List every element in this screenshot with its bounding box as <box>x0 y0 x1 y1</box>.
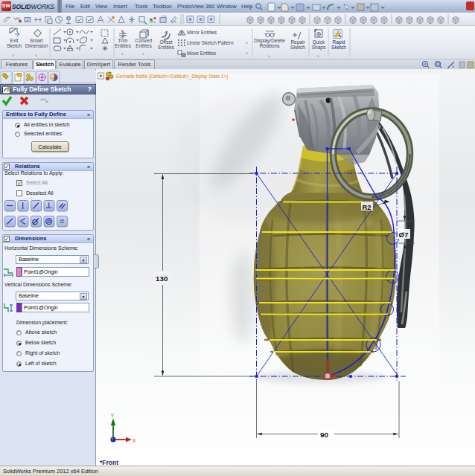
svg-text:90: 90 <box>320 431 328 439</box>
svg-text:130: 130 <box>156 274 168 283</box>
svg-text:Y: Y <box>111 413 115 418</box>
svg-text:Ø7: Ø7 <box>399 231 409 239</box>
svg-text:X: X <box>133 438 136 443</box>
svg-text:R2: R2 <box>363 203 372 211</box>
svg-text:*Front: *Front <box>100 459 118 466</box>
svg-text:Gernade bottle (Default<<Defa: Gernade bottle (Default<<Default>_Displa… <box>116 74 228 80</box>
